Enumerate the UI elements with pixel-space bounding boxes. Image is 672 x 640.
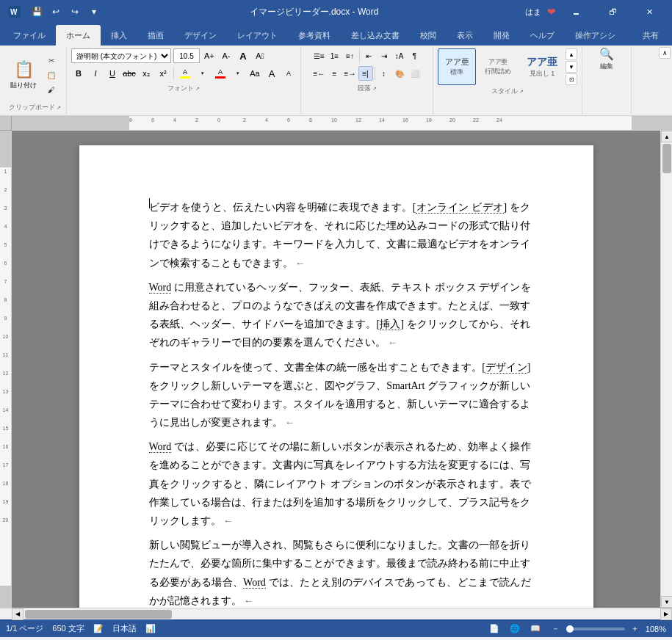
font-size-input[interactable] — [173, 48, 200, 63]
style-heading1[interactable]: アア亜 見出し 1 — [520, 48, 564, 85]
italic-button[interactable]: I — [88, 66, 103, 81]
subscript-button[interactable]: x₂ — [139, 66, 153, 81]
decrease-indent-button[interactable]: ⇤ — [361, 48, 376, 63]
font-increase-a[interactable]: A — [264, 66, 279, 81]
superscript-button[interactable]: x² — [156, 66, 170, 81]
paste-button[interactable]: 📋 貼り付け — [7, 54, 40, 95]
tab-references[interactable]: 参考資料 — [288, 25, 341, 46]
font-extra-aa[interactable]: Aa — [248, 66, 262, 81]
vertical-scrollbar[interactable]: ▲ ▼ — [660, 131, 672, 608]
style-standard[interactable]: アア亜 標準 — [438, 48, 476, 85]
font-color-dropdown[interactable]: ▾ — [231, 66, 245, 81]
highlight-color-button[interactable]: A — [177, 66, 193, 81]
doc-paragraph-2[interactable]: Word に用意されているヘッダー、フッター、表紙、テキスト ボックス デザイン… — [149, 278, 531, 352]
tab-home[interactable]: ホーム — [56, 25, 101, 46]
list-multilevel-button[interactable]: ≡↑ — [343, 48, 358, 63]
scroll-thumb[interactable] — [662, 144, 671, 173]
read-view-button[interactable]: 📖 — [528, 622, 543, 636]
doc-paragraph-1[interactable]: ビデオを使うと、伝えたい内容を明確に表現できます。[オンライン ビデオ] をクリ… — [149, 198, 531, 272]
tab-draw[interactable]: 描画 — [137, 25, 174, 46]
list-bullet-button[interactable]: ☰≡ — [312, 48, 327, 63]
decrease-font-button[interactable]: A- — [219, 48, 234, 63]
styles-expand[interactable]: ⊡ — [566, 73, 577, 85]
horizontal-scrollbar[interactable]: ◀ ▶ — [0, 608, 672, 619]
strikethrough-button[interactable]: abc — [122, 66, 137, 81]
bold-button[interactable]: B — [71, 66, 86, 81]
doc-paragraph-3[interactable]: テーマとスタイルを使って、文書全体の統一感を出すこともできます。[デザイン] を… — [149, 358, 531, 432]
search-button[interactable]: 🔍 編集 — [587, 48, 626, 69]
document-content[interactable]: ビデオを使うと、伝えたい内容を明確に表現できます。[オンライン ビデオ] をクリ… — [149, 198, 531, 608]
h-scroll-left-button[interactable]: ◀ — [12, 608, 24, 620]
tab-search[interactable]: 操作アシシ — [565, 25, 626, 46]
justify-button[interactable]: ≡| — [358, 66, 373, 81]
tab-developer[interactable]: 開発 — [483, 25, 520, 46]
tab-insert[interactable]: 挿入 — [101, 25, 137, 46]
align-center-button[interactable]: ≡ — [328, 66, 342, 81]
horizontal-ruler[interactable]: 8 6 4 2 0 2 4 6 8 10 12 14 16 18 20 22 2… — [12, 116, 672, 131]
font-label[interactable]: フォント ↗ — [167, 82, 200, 93]
minimize-button[interactable]: 🗕 — [559, 0, 593, 23]
save-quick-btn[interactable]: 💾 — [28, 3, 46, 21]
h-scroll-track[interactable] — [24, 608, 660, 619]
align-right-button[interactable]: ≡→ — [343, 66, 358, 81]
scroll-track[interactable] — [661, 142, 672, 596]
proofing-icon-item[interactable]: 📝 — [93, 624, 104, 633]
zoom-in-button[interactable]: ＋ — [628, 622, 643, 636]
undo-quick-btn[interactable]: ↩ — [47, 3, 65, 21]
print-view-button[interactable]: 📄 — [487, 622, 502, 636]
underline-button[interactable]: U — [105, 66, 120, 81]
zoom-out-button[interactable]: － — [549, 622, 563, 636]
cut-button[interactable]: ✂ — [41, 54, 62, 67]
sort-button[interactable]: ↕A — [392, 48, 407, 63]
restore-button[interactable]: 🗗 — [596, 0, 629, 23]
align-left-button[interactable]: ≡← — [312, 66, 327, 81]
document-page[interactable]: ビデオを使うと、伝えたい内容を明確に表現できます。[オンライン ビデオ] をクリ… — [79, 145, 593, 608]
h-scroll-thumb[interactable] — [25, 610, 172, 619]
styles-scroll-down[interactable]: ▼ — [566, 61, 577, 73]
show-marks-button[interactable]: ¶ — [408, 48, 422, 63]
list-number-button[interactable]: 1≡ — [328, 48, 342, 63]
doc-paragraph-5[interactable]: 新しい閲覧ビューが導入され、閲覧もさらに便利になりました。文書の一部を折りたたん… — [149, 536, 531, 608]
tab-mailings[interactable]: 差し込み文書 — [341, 25, 410, 46]
shading-button[interactable]: 🎨 — [392, 66, 407, 81]
h-scroll-right-button[interactable]: ▶ — [660, 608, 672, 620]
vertical-ruler[interactable]: 1 2 3 4 5 6 7 8 9 10 11 12 13 14 15 16 1… — [0, 131, 12, 608]
ribbon-collapse-button[interactable]: ∧ — [659, 47, 671, 59]
styles-scroll-up[interactable]: ▲ — [566, 48, 577, 60]
tab-review[interactable]: 校閲 — [410, 25, 447, 46]
tab-help[interactable]: ヘルプ — [520, 25, 565, 46]
web-view-button[interactable]: 🌐 — [507, 622, 522, 636]
scroll-up-button[interactable]: ▲ — [661, 131, 672, 142]
tab-layout[interactable]: レイアウト — [227, 25, 288, 46]
zoom-slider-thumb[interactable] — [566, 625, 574, 633]
language-item[interactable]: 日本語 — [112, 623, 137, 634]
tab-view[interactable]: 表示 — [447, 25, 483, 46]
copy-button[interactable]: 📋 — [41, 68, 62, 81]
tab-design[interactable]: デザイン — [174, 25, 227, 46]
track-changes-item[interactable]: 📊 — [145, 624, 156, 633]
line-spacing-button[interactable]: ↕ — [377, 66, 391, 81]
clear-format-button[interactable]: A⃝ — [253, 48, 267, 63]
tab-share[interactable]: 共有 — [632, 25, 669, 46]
page-info-item[interactable]: 1/1 ページ — [6, 623, 43, 634]
font-decrease-a[interactable]: A — [281, 66, 296, 81]
format-painter-button[interactable]: 🖌 — [41, 83, 62, 96]
style-compact[interactable]: アア亜 行間詰め — [478, 48, 518, 85]
doc-paragraph-4[interactable]: Word では、必要に応じてその場に新しいボタンが表示されるため、効率よく操作を… — [149, 437, 531, 530]
border-button[interactable]: ⬜ — [408, 66, 422, 81]
zoom-slider[interactable] — [566, 628, 625, 630]
font-family-select[interactable]: 游明朝 (本文のフォント) — [71, 48, 171, 63]
styles-label[interactable]: スタイル ↗ — [491, 85, 524, 96]
highlight-dropdown[interactable]: ▾ — [195, 66, 210, 81]
font-color-button[interactable]: A — [212, 66, 228, 81]
word-count-item[interactable]: 650 文字 — [52, 623, 84, 634]
close-button[interactable]: ✕ — [632, 0, 666, 23]
clipboard-label[interactable]: クリップボード ↗ — [9, 101, 61, 112]
document-scroll-area[interactable]: ビデオを使うと、伝えたい内容を明確に表現できます。[オンライン ビデオ] をクリ… — [12, 131, 660, 608]
tab-file[interactable]: ファイル — [3, 25, 56, 46]
increase-indent-button[interactable]: ⇥ — [377, 48, 391, 63]
increase-font-button[interactable]: A+ — [202, 48, 217, 63]
scroll-down-button[interactable]: ▼ — [661, 596, 672, 608]
redo-quick-btn[interactable]: ↪ — [66, 3, 84, 21]
customize-quick-btn[interactable]: ▾ — [85, 3, 103, 21]
